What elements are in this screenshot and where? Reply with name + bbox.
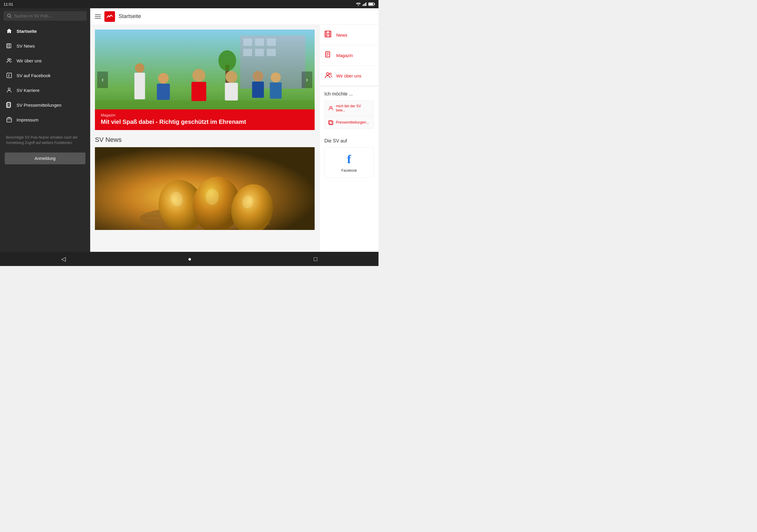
document-icon [6,102,13,108]
news-label: News [336,33,348,38]
svg-point-71 [329,73,331,75]
magazin-doc-icon [324,50,333,60]
svg-rect-41 [157,84,170,100]
svg-point-46 [135,63,145,73]
svg-rect-34 [267,49,276,56]
news-image-container[interactable] [95,147,315,230]
svg-rect-2 [364,4,365,6]
bottom-nav: ◁ ● □ [0,252,378,266]
svg-rect-49 [270,82,282,99]
svg-point-38 [193,69,205,82]
box-icon [6,116,13,123]
facebook-f-logo: f [347,152,351,166]
sidebar-item-impressum[interactable]: Impressum [0,112,90,127]
svg-point-36 [219,50,236,71]
ich-mochte-title: Ich möchte ... [324,91,374,97]
anmeldung-button[interactable]: Anmeldung [5,153,85,164]
content-scroll: ‹ › Magazin Mit viel Spaß dabei - Richti… [90,25,378,252]
sidebar-item-sv-karriere[interactable]: SV Karriere [0,83,90,98]
svg-point-40 [158,73,169,84]
signal-icon [363,2,367,6]
search-icon [7,14,12,18]
wifi-icon [356,2,361,6]
svg-rect-7 [369,3,373,5]
recents-button[interactable]: □ [307,253,324,265]
die-sv-title: Die SV auf [324,138,374,144]
sidebar-item-sv-pressemitteilungen[interactable]: SV Pressemitteilungen [0,98,90,112]
right-nav-news[interactable]: News [320,25,378,45]
top-bar: Startseite [90,8,378,25]
sv-news-section-title: SV News [90,130,319,147]
hero-title: Mit viel Spaß dabei - Richtig geschützt … [101,119,309,125]
ich-mochte-bewerben[interactable]: mich bei der SV bew... [325,101,374,116]
app-body: Startseite SV News [0,8,378,252]
svg-rect-1 [363,5,363,6]
center-content: ‹ › Magazin Mit viel Spaß dabei - Richti… [90,25,319,252]
main-content: Startseite [90,8,378,252]
carousel-next-button[interactable]: › [302,72,312,88]
svg-rect-43 [225,83,238,101]
svg-rect-29 [243,39,252,46]
eggs-svg [95,147,315,230]
page-title: Startseite [119,13,141,19]
svg-rect-31 [267,39,276,46]
status-icons [356,2,375,6]
sidebar-item-wir-uber-uns[interactable]: Wir über uns [0,53,90,68]
svg-rect-33 [255,49,264,56]
svg-rect-45 [252,81,264,98]
svg-rect-32 [243,49,252,56]
hamburger-menu[interactable] [95,15,101,18]
ich-mochte-section: Ich möchte ... mich bei der SV bew... [320,86,378,133]
magazin-label: Magazin [336,53,353,58]
svg-point-48 [271,73,281,82]
carousel-prev-button[interactable]: ‹ [97,72,108,88]
pressemitteilungen-icon [328,120,334,125]
people-circle-icon [324,71,333,80]
sidebar-item-startseite[interactable]: Startseite [0,24,90,39]
home-button[interactable]: ● [181,253,198,265]
right-nav-magazin[interactable]: Magazin [320,45,378,66]
news-doc-icon [324,30,333,40]
battery-icon [369,2,375,6]
ich-mochte-card: mich bei der SV bew... Pressemitteilunge… [324,100,374,129]
svg-point-0 [358,5,359,6]
sidebar-item-sv-news[interactable]: SV News [0,39,90,53]
search-bar[interactable] [4,11,87,21]
svg-point-44 [253,71,263,81]
search-input[interactable] [14,14,83,18]
back-button[interactable]: ◁ [54,253,73,265]
newspaper-icon [6,43,13,49]
die-sv-section: Die SV auf f Facebook [320,133,378,182]
svg-rect-39 [192,82,206,101]
home-icon [6,28,13,34]
svg-point-70 [326,73,329,75]
right-nav-wir-uber-uns[interactable]: Wir über uns [320,66,378,86]
svg-point-19 [8,88,10,90]
people-icon [6,57,13,64]
svg-rect-62 [326,31,331,37]
svg-rect-61 [325,31,330,37]
sidebar-item-sv-facebook[interactable]: f SV auf Facebook [0,68,90,83]
sidebar-nav: Startseite SV News [0,24,90,127]
facebook-label: Facebook [341,168,357,173]
sidebar: Startseite SV News [0,8,90,252]
svg-point-15 [8,59,10,60]
facebook-icon: f [6,72,13,79]
status-bar: 11:01 [0,0,378,8]
svg-rect-6 [374,4,375,5]
svg-point-16 [10,59,11,60]
hero-carousel: ‹ › Magazin Mit viel Spaß dabei - Richti… [95,30,315,130]
svg-rect-3 [365,3,366,6]
svg-line-9 [10,17,12,18]
person-icon [6,87,13,93]
brand-logo [105,11,115,22]
wir-uber-uns-label: Wir über uns [336,73,361,78]
svg-rect-4 [366,2,367,6]
bewerben-icon [328,105,334,111]
svg-rect-25 [7,118,12,122]
svg-point-8 [8,14,11,17]
hero-category: Magazin [101,113,309,117]
facebook-card[interactable]: f Facebook [324,147,374,178]
status-time: 11:01 [4,2,13,7]
ich-mochte-pressemitteilungen[interactable]: Pressemitteilungen... [325,116,374,129]
